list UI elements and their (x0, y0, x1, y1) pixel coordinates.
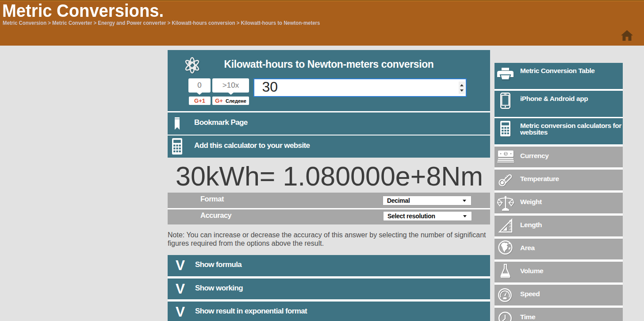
svg-text:$: $ (505, 151, 507, 156)
